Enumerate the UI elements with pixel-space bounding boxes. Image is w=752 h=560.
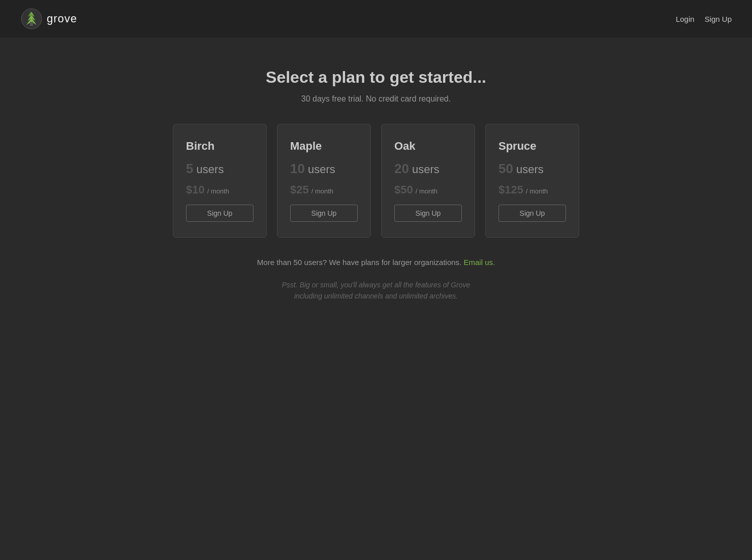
- plan-users-spruce: 50 users: [498, 162, 544, 175]
- plan-card-spruce: Spruce 50 users $125 / month Sign Up: [485, 124, 579, 238]
- signup-button-spruce[interactable]: Sign Up: [498, 205, 566, 222]
- user-count-maple: 10: [290, 161, 305, 176]
- user-label-maple: users: [308, 163, 335, 176]
- plan-card-oak: Oak 20 users $50 / month Sign Up: [381, 124, 475, 238]
- email-us-link[interactable]: Email us.: [463, 258, 495, 267]
- main-content: Select a plan to get started... 30 days …: [0, 38, 752, 322]
- user-count-birch: 5: [186, 161, 193, 176]
- price-amount-birch: $10: [186, 183, 205, 196]
- plan-users-oak: 20 users: [394, 162, 440, 175]
- logo-area: grove: [20, 8, 77, 30]
- price-period-oak: / month: [416, 187, 437, 195]
- price-amount-oak: $50: [394, 183, 413, 196]
- login-link[interactable]: Login: [676, 15, 695, 23]
- subtitle: 30 days free trial. No credit card requi…: [301, 94, 451, 104]
- plans-container: Birch 5 users $10 / month Sign Up Maple …: [173, 124, 579, 238]
- plan-users-birch: 5 users: [186, 162, 224, 175]
- page-title: Select a plan to get started...: [266, 68, 486, 87]
- logo-text: grove: [47, 12, 77, 25]
- user-count-spruce: 50: [498, 161, 513, 176]
- psst-line2: including unlimited channels and unlimit…: [294, 292, 458, 300]
- price-period-maple: / month: [311, 187, 333, 195]
- user-label-spruce: users: [516, 163, 544, 176]
- plan-name-oak: Oak: [394, 140, 416, 153]
- nav-links: Login Sign Up: [676, 15, 732, 23]
- navbar: grove Login Sign Up: [0, 0, 752, 38]
- price-amount-maple: $25: [290, 183, 309, 196]
- signup-button-maple[interactable]: Sign Up: [290, 205, 358, 222]
- signup-button-birch[interactable]: Sign Up: [186, 205, 254, 222]
- user-label-oak: users: [412, 163, 440, 176]
- signup-nav-link[interactable]: Sign Up: [705, 15, 732, 23]
- plan-users-maple: 10 users: [290, 162, 335, 175]
- user-count-oak: 20: [394, 161, 409, 176]
- plan-price-spruce: $125 / month: [498, 184, 548, 195]
- larger-org-text: More than 50 users? We have plans for la…: [257, 258, 495, 267]
- plan-card-birch: Birch 5 users $10 / month Sign Up: [173, 124, 267, 238]
- plan-card-maple: Maple 10 users $25 / month Sign Up: [277, 124, 371, 238]
- plan-price-maple: $25 / month: [290, 184, 333, 195]
- larger-org-static: More than 50 users? We have plans for la…: [257, 258, 461, 267]
- grove-logo-icon: [20, 8, 43, 30]
- psst-text: Psst. Big or small, you'll always get al…: [282, 279, 471, 302]
- price-period-spruce: / month: [526, 187, 548, 195]
- plan-price-birch: $10 / month: [186, 184, 229, 195]
- signup-button-oak[interactable]: Sign Up: [394, 205, 462, 222]
- psst-line1: Psst. Big or small, you'll always get al…: [282, 281, 471, 289]
- price-period-birch: / month: [207, 187, 229, 195]
- price-amount-spruce: $125: [498, 183, 523, 196]
- plan-name-spruce: Spruce: [498, 140, 537, 153]
- plan-name-maple: Maple: [290, 140, 322, 153]
- plan-name-birch: Birch: [186, 140, 214, 153]
- user-label-birch: users: [197, 163, 224, 176]
- plan-price-oak: $50 / month: [394, 184, 437, 195]
